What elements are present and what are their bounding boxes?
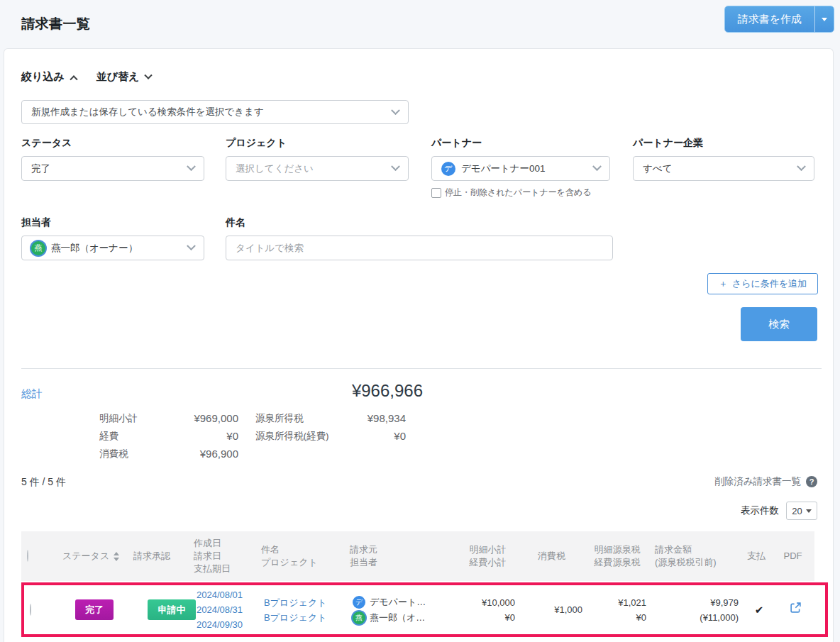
page-title: 請求書一覧 bbox=[21, 15, 91, 33]
deleted-invoices-link[interactable]: 削除済み請求書一覧 ? bbox=[714, 475, 817, 488]
expense-subtotal-value: ¥0 bbox=[466, 610, 515, 625]
caret-down-icon bbox=[822, 18, 827, 21]
withholding-expense-label: 源泉所得税(経費) bbox=[255, 430, 342, 443]
row-select-radio[interactable] bbox=[30, 604, 31, 616]
tax-value: ¥96,900 bbox=[165, 448, 238, 460]
status-value: 完了 bbox=[31, 162, 188, 175]
partner-value: デモパートナー001 bbox=[461, 162, 594, 175]
row-withholding-cell: ¥1,021 ¥0 bbox=[588, 595, 652, 625]
status-badge: 完了 bbox=[75, 599, 114, 620]
chevron-down-icon bbox=[187, 241, 196, 250]
filter-toggle-label: 絞り込み bbox=[21, 70, 65, 84]
header-dates: 作成日 請求日 支払期日 bbox=[188, 537, 255, 575]
chevron-down-icon bbox=[391, 106, 400, 115]
subject-placeholder: タイトルで検索 bbox=[236, 242, 304, 255]
per-page-control: 表示件数 20 bbox=[741, 502, 817, 520]
row-assignee-name: 燕一郎（オ… bbox=[370, 610, 425, 625]
partner-company-select[interactable]: すべて bbox=[633, 156, 814, 181]
status-field: ステータス 完了 bbox=[21, 137, 204, 181]
create-invoice-menu-button[interactable] bbox=[814, 6, 834, 32]
header-approval: 請求承認 bbox=[128, 550, 188, 563]
row-dates-cell: 2024/08/01 2024/08/31 2024/09/30 bbox=[191, 587, 258, 632]
expense-withholding-value: ¥0 bbox=[594, 610, 646, 625]
per-page-value: 20 bbox=[792, 506, 802, 516]
invoice-table: ステータス 請求承認 作成日 請求日 支払期日 件名 プロジェクト 請求元 担当… bbox=[21, 531, 814, 637]
include-deleted-partner-checkbox[interactable] bbox=[431, 188, 441, 198]
assignee-value: 燕一郎（オーナー） bbox=[51, 242, 188, 255]
summary-row-expense: 経費 ¥0 bbox=[99, 427, 238, 445]
grand-total-label: 総計 bbox=[21, 387, 43, 401]
select-all-radio[interactable] bbox=[27, 550, 28, 562]
header-status[interactable]: ステータス bbox=[57, 550, 128, 563]
header-tax: 消費税 bbox=[518, 550, 585, 563]
sort-toggle-label: 並び替え bbox=[96, 70, 140, 84]
create-invoice-split-button: 請求書を作成 bbox=[724, 6, 834, 33]
from-name: デモパート… bbox=[370, 594, 426, 609]
assignee-select[interactable]: 燕 燕一郎（オーナー） bbox=[21, 236, 204, 260]
row-status-cell: 完了 bbox=[60, 599, 131, 620]
subject-field: 件名 タイトルで検索 bbox=[226, 216, 613, 260]
header-from: 請求元 担当者 bbox=[344, 543, 458, 569]
include-deleted-partner-checkbox-row[interactable]: 停止・削除されたパートナーを含める bbox=[431, 187, 592, 199]
summary-row-subtotal: 明細小計 ¥969,000 bbox=[99, 409, 238, 427]
withholding-label: 源泉所得税 bbox=[255, 412, 342, 425]
subject-label: 件名 bbox=[226, 216, 613, 229]
header-paid: 支払 bbox=[741, 550, 771, 563]
project-placeholder: 選択してください bbox=[236, 162, 392, 175]
withholding-expense-value: ¥0 bbox=[342, 430, 406, 442]
header-pdf: PDF bbox=[771, 550, 814, 563]
subject-input[interactable]: タイトルで検索 bbox=[226, 236, 613, 260]
assignee-field: 担当者 燕 燕一郎（オーナー） bbox=[21, 216, 204, 260]
pdf-external-link-icon[interactable] bbox=[790, 602, 802, 614]
summary-row-withholding-expense: 源泉所得税(経費) ¥0 bbox=[255, 427, 406, 445]
subtotal-value: ¥10,000 bbox=[466, 595, 515, 610]
filter-sort-toggles: 絞り込み 並び替え bbox=[21, 70, 151, 84]
chevron-down-icon bbox=[187, 162, 196, 171]
partner-select[interactable]: デ デモパートナー001 bbox=[431, 156, 610, 181]
from-person: デ デモパート… bbox=[353, 594, 455, 610]
add-condition-button[interactable]: ＋ さらに条件を追加 bbox=[707, 273, 818, 294]
add-condition-label: さらに条件を追加 bbox=[732, 277, 807, 290]
deleted-invoices-label: 削除済み請求書一覧 bbox=[714, 475, 801, 488]
sort-icon[interactable] bbox=[114, 552, 119, 561]
withholding-value: ¥1,021 bbox=[594, 595, 646, 610]
chevron-up-icon bbox=[70, 75, 77, 83]
row-subtotal-cell: ¥10,000 ¥0 bbox=[460, 595, 521, 625]
tax-label: 消費税 bbox=[99, 448, 165, 460]
partner-field: パートナー デ デモパートナー001 bbox=[431, 137, 610, 181]
saved-search-select[interactable]: 新規作成または保存している検索条件を選択できます bbox=[21, 100, 409, 124]
per-page-select[interactable]: 20 bbox=[786, 502, 817, 520]
create-invoice-button[interactable]: 請求書を作成 bbox=[725, 6, 814, 32]
assignee-label: 担当者 bbox=[21, 216, 204, 229]
row-approval-cell: 申請中 bbox=[131, 599, 191, 620]
withholding-value: ¥98,934 bbox=[342, 412, 406, 424]
status-select[interactable]: 完了 bbox=[21, 156, 204, 181]
status-label: ステータス bbox=[21, 137, 204, 150]
chevron-down-icon bbox=[797, 162, 806, 171]
invoice-date-link[interactable]: 2024/08/31 bbox=[197, 602, 253, 617]
help-icon[interactable]: ? bbox=[806, 476, 817, 487]
subject-link[interactable]: Bプロジェクト bbox=[264, 595, 341, 610]
result-count: 5 件 / 5 件 bbox=[21, 476, 66, 489]
partner-avatar: デ bbox=[441, 162, 455, 176]
search-button[interactable]: 検索 bbox=[741, 307, 817, 341]
created-date-link[interactable]: 2024/08/01 bbox=[197, 587, 253, 602]
sort-toggle[interactable]: 並び替え bbox=[96, 70, 152, 84]
summary-row-withholding: 源泉所得税 ¥98,934 bbox=[255, 409, 406, 427]
project-link[interactable]: Bプロジェクト bbox=[264, 610, 341, 625]
assignee-person: 燕 燕一郎（オ… bbox=[353, 610, 455, 626]
header-subject: 件名 プロジェクト bbox=[255, 543, 344, 569]
subtotal-label: 明細小計 bbox=[99, 412, 165, 425]
project-select[interactable]: 選択してください bbox=[226, 156, 409, 181]
row-paid-cell: ✔ bbox=[744, 602, 774, 618]
partner-company-value: すべて bbox=[643, 162, 798, 175]
project-label: プロジェクト bbox=[226, 137, 409, 150]
topbar: 請求書一覧 請求書を作成 bbox=[0, 0, 840, 48]
saved-search-placeholder: 新規作成または保存している検索条件を選択できます bbox=[31, 106, 392, 118]
chevron-down-icon bbox=[592, 162, 602, 171]
paid-check-icon: ✔ bbox=[755, 604, 764, 616]
filter-toggle[interactable]: 絞り込み bbox=[21, 70, 77, 84]
due-date-link[interactable]: 2024/09/30 bbox=[197, 617, 253, 632]
amount-pretax-value: (¥11,000) bbox=[658, 610, 739, 625]
table-row[interactable]: 完了 申請中 2024/08/01 2024/08/31 2024/09/30 … bbox=[24, 585, 825, 634]
